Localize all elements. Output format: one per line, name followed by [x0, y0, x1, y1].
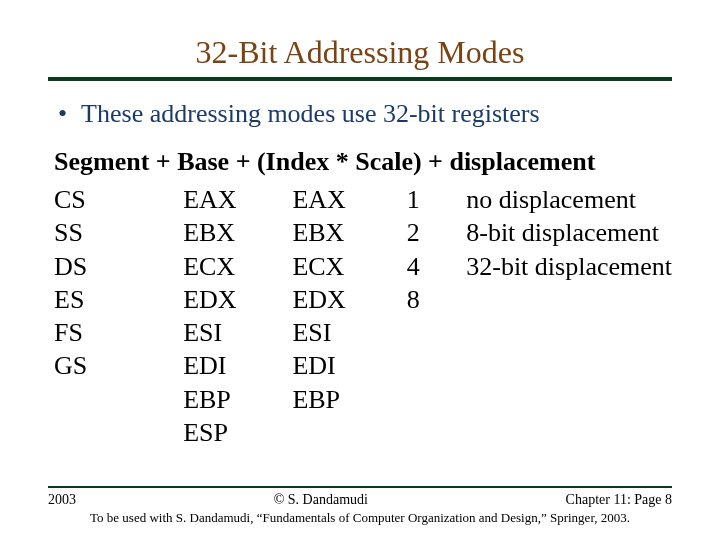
- bullet-text: These addressing modes use 32-bit regist…: [81, 99, 540, 129]
- title-divider: [48, 77, 672, 81]
- formula-header: Segment + Base + (Index * Scale) + displ…: [54, 147, 672, 177]
- column-index: EAX EBX ECX EDX ESI EDI EBP: [292, 183, 406, 449]
- slide-title: 32-Bit Addressing Modes: [48, 34, 672, 71]
- bullet-item: • These addressing modes use 32-bit regi…: [58, 99, 672, 129]
- column-displacement: no displacement 8-bit displacement 32-bi…: [466, 183, 672, 449]
- columns-container: CS SS DS ES FS GS EAX EBX ECX EDX ESI ED…: [54, 183, 672, 449]
- column-scale: 1 2 4 8: [407, 183, 467, 449]
- footer-page: Chapter 11: Page 8: [566, 492, 672, 508]
- bullet-icon: •: [58, 101, 67, 127]
- column-segment: CS SS DS ES FS GS: [54, 183, 183, 449]
- column-base: EAX EBX ECX EDX ESI EDI EBP ESP: [183, 183, 292, 449]
- footer-divider: [48, 486, 672, 488]
- footer-note: To be used with S. Dandamudi, “Fundament…: [48, 510, 672, 526]
- footer-year: 2003: [48, 492, 76, 508]
- footer-copyright: © S. Dandamudi: [76, 492, 566, 508]
